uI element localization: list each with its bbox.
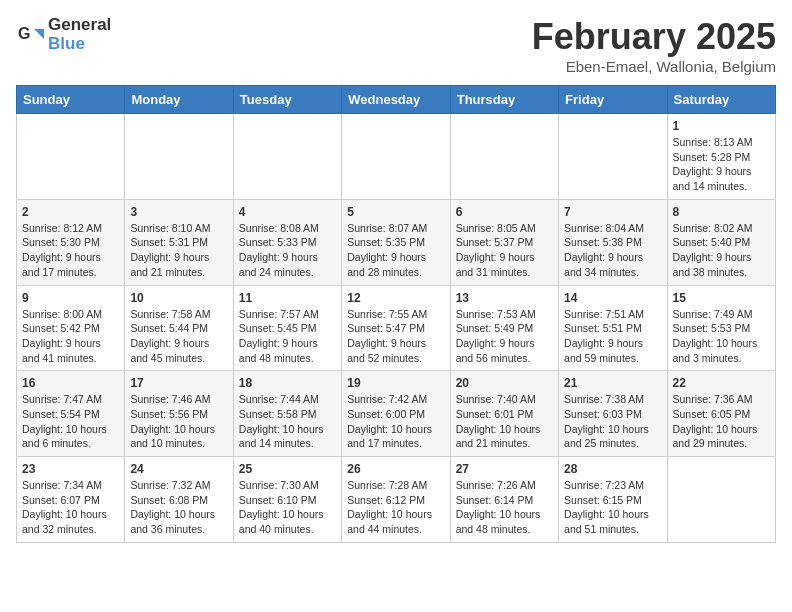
day-info: Sunrise: 7:47 AM Sunset: 5:54 PM Dayligh… <box>22 392 119 451</box>
day-number: 9 <box>22 291 119 305</box>
day-info: Sunrise: 7:49 AM Sunset: 5:53 PM Dayligh… <box>673 307 770 366</box>
day-info: Sunrise: 7:58 AM Sunset: 5:44 PM Dayligh… <box>130 307 227 366</box>
day-number: 11 <box>239 291 336 305</box>
week-row-4: 23Sunrise: 7:34 AM Sunset: 6:07 PM Dayli… <box>17 457 776 543</box>
header-sunday: Sunday <box>17 86 125 114</box>
location-title: Eben-Emael, Wallonia, Belgium <box>532 58 776 75</box>
day-info: Sunrise: 7:30 AM Sunset: 6:10 PM Dayligh… <box>239 478 336 537</box>
day-cell: 9Sunrise: 8:00 AM Sunset: 5:42 PM Daylig… <box>17 285 125 371</box>
day-cell <box>233 114 341 200</box>
day-number: 2 <box>22 205 119 219</box>
day-number: 16 <box>22 376 119 390</box>
week-row-3: 16Sunrise: 7:47 AM Sunset: 5:54 PM Dayli… <box>17 371 776 457</box>
title-area: February 2025 Eben-Emael, Wallonia, Belg… <box>532 16 776 75</box>
day-cell <box>450 114 558 200</box>
day-number: 27 <box>456 462 553 476</box>
day-number: 14 <box>564 291 661 305</box>
day-info: Sunrise: 7:26 AM Sunset: 6:14 PM Dayligh… <box>456 478 553 537</box>
day-cell: 11Sunrise: 7:57 AM Sunset: 5:45 PM Dayli… <box>233 285 341 371</box>
logo-blue-text: Blue <box>48 35 111 54</box>
week-row-0: 1Sunrise: 8:13 AM Sunset: 5:28 PM Daylig… <box>17 114 776 200</box>
day-number: 25 <box>239 462 336 476</box>
logo: G General Blue <box>16 16 111 53</box>
day-number: 21 <box>564 376 661 390</box>
month-title: February 2025 <box>532 16 776 58</box>
day-number: 17 <box>130 376 227 390</box>
week-row-1: 2Sunrise: 8:12 AM Sunset: 5:30 PM Daylig… <box>17 199 776 285</box>
day-info: Sunrise: 8:05 AM Sunset: 5:37 PM Dayligh… <box>456 221 553 280</box>
day-cell: 21Sunrise: 7:38 AM Sunset: 6:03 PM Dayli… <box>559 371 667 457</box>
day-cell: 1Sunrise: 8:13 AM Sunset: 5:28 PM Daylig… <box>667 114 775 200</box>
day-cell: 5Sunrise: 8:07 AM Sunset: 5:35 PM Daylig… <box>342 199 450 285</box>
day-number: 18 <box>239 376 336 390</box>
day-info: Sunrise: 8:04 AM Sunset: 5:38 PM Dayligh… <box>564 221 661 280</box>
day-cell: 28Sunrise: 7:23 AM Sunset: 6:15 PM Dayli… <box>559 457 667 543</box>
day-cell: 19Sunrise: 7:42 AM Sunset: 6:00 PM Dayli… <box>342 371 450 457</box>
day-number: 1 <box>673 119 770 133</box>
header-saturday: Saturday <box>667 86 775 114</box>
day-cell: 3Sunrise: 8:10 AM Sunset: 5:31 PM Daylig… <box>125 199 233 285</box>
day-cell: 18Sunrise: 7:44 AM Sunset: 5:58 PM Dayli… <box>233 371 341 457</box>
day-info: Sunrise: 8:10 AM Sunset: 5:31 PM Dayligh… <box>130 221 227 280</box>
day-info: Sunrise: 7:44 AM Sunset: 5:58 PM Dayligh… <box>239 392 336 451</box>
day-cell: 13Sunrise: 7:53 AM Sunset: 5:49 PM Dayli… <box>450 285 558 371</box>
day-number: 4 <box>239 205 336 219</box>
header-monday: Monday <box>125 86 233 114</box>
svg-text:G: G <box>18 25 30 42</box>
day-cell <box>342 114 450 200</box>
day-info: Sunrise: 7:42 AM Sunset: 6:00 PM Dayligh… <box>347 392 444 451</box>
day-number: 15 <box>673 291 770 305</box>
day-cell <box>125 114 233 200</box>
calendar-table: SundayMondayTuesdayWednesdayThursdayFrid… <box>16 85 776 543</box>
day-info: Sunrise: 7:57 AM Sunset: 5:45 PM Dayligh… <box>239 307 336 366</box>
header-thursday: Thursday <box>450 86 558 114</box>
svg-marker-1 <box>34 29 44 39</box>
day-number: 28 <box>564 462 661 476</box>
day-number: 12 <box>347 291 444 305</box>
day-info: Sunrise: 8:12 AM Sunset: 5:30 PM Dayligh… <box>22 221 119 280</box>
day-cell: 8Sunrise: 8:02 AM Sunset: 5:40 PM Daylig… <box>667 199 775 285</box>
calendar-header-row: SundayMondayTuesdayWednesdayThursdayFrid… <box>17 86 776 114</box>
day-number: 19 <box>347 376 444 390</box>
day-info: Sunrise: 7:40 AM Sunset: 6:01 PM Dayligh… <box>456 392 553 451</box>
day-info: Sunrise: 7:53 AM Sunset: 5:49 PM Dayligh… <box>456 307 553 366</box>
day-cell: 14Sunrise: 7:51 AM Sunset: 5:51 PM Dayli… <box>559 285 667 371</box>
day-info: Sunrise: 7:23 AM Sunset: 6:15 PM Dayligh… <box>564 478 661 537</box>
day-info: Sunrise: 7:38 AM Sunset: 6:03 PM Dayligh… <box>564 392 661 451</box>
day-info: Sunrise: 7:55 AM Sunset: 5:47 PM Dayligh… <box>347 307 444 366</box>
day-info: Sunrise: 8:07 AM Sunset: 5:35 PM Dayligh… <box>347 221 444 280</box>
day-info: Sunrise: 8:00 AM Sunset: 5:42 PM Dayligh… <box>22 307 119 366</box>
day-info: Sunrise: 7:28 AM Sunset: 6:12 PM Dayligh… <box>347 478 444 537</box>
day-cell: 22Sunrise: 7:36 AM Sunset: 6:05 PM Dayli… <box>667 371 775 457</box>
day-number: 20 <box>456 376 553 390</box>
header-friday: Friday <box>559 86 667 114</box>
day-cell: 6Sunrise: 8:05 AM Sunset: 5:37 PM Daylig… <box>450 199 558 285</box>
day-cell: 12Sunrise: 7:55 AM Sunset: 5:47 PM Dayli… <box>342 285 450 371</box>
day-info: Sunrise: 7:46 AM Sunset: 5:56 PM Dayligh… <box>130 392 227 451</box>
day-cell: 20Sunrise: 7:40 AM Sunset: 6:01 PM Dayli… <box>450 371 558 457</box>
day-number: 24 <box>130 462 227 476</box>
day-cell: 4Sunrise: 8:08 AM Sunset: 5:33 PM Daylig… <box>233 199 341 285</box>
day-number: 7 <box>564 205 661 219</box>
logo-icon: G <box>16 21 44 49</box>
day-cell: 24Sunrise: 7:32 AM Sunset: 6:08 PM Dayli… <box>125 457 233 543</box>
day-info: Sunrise: 8:08 AM Sunset: 5:33 PM Dayligh… <box>239 221 336 280</box>
day-cell: 26Sunrise: 7:28 AM Sunset: 6:12 PM Dayli… <box>342 457 450 543</box>
header-wednesday: Wednesday <box>342 86 450 114</box>
day-cell: 23Sunrise: 7:34 AM Sunset: 6:07 PM Dayli… <box>17 457 125 543</box>
day-info: Sunrise: 7:36 AM Sunset: 6:05 PM Dayligh… <box>673 392 770 451</box>
day-number: 22 <box>673 376 770 390</box>
day-cell: 27Sunrise: 7:26 AM Sunset: 6:14 PM Dayli… <box>450 457 558 543</box>
day-cell <box>559 114 667 200</box>
header: G General Blue February 2025 Eben-Emael,… <box>16 16 776 75</box>
day-number: 3 <box>130 205 227 219</box>
day-number: 8 <box>673 205 770 219</box>
day-cell: 16Sunrise: 7:47 AM Sunset: 5:54 PM Dayli… <box>17 371 125 457</box>
week-row-2: 9Sunrise: 8:00 AM Sunset: 5:42 PM Daylig… <box>17 285 776 371</box>
day-number: 23 <box>22 462 119 476</box>
day-number: 10 <box>130 291 227 305</box>
day-info: Sunrise: 7:51 AM Sunset: 5:51 PM Dayligh… <box>564 307 661 366</box>
day-cell: 10Sunrise: 7:58 AM Sunset: 5:44 PM Dayli… <box>125 285 233 371</box>
day-cell: 17Sunrise: 7:46 AM Sunset: 5:56 PM Dayli… <box>125 371 233 457</box>
day-number: 6 <box>456 205 553 219</box>
